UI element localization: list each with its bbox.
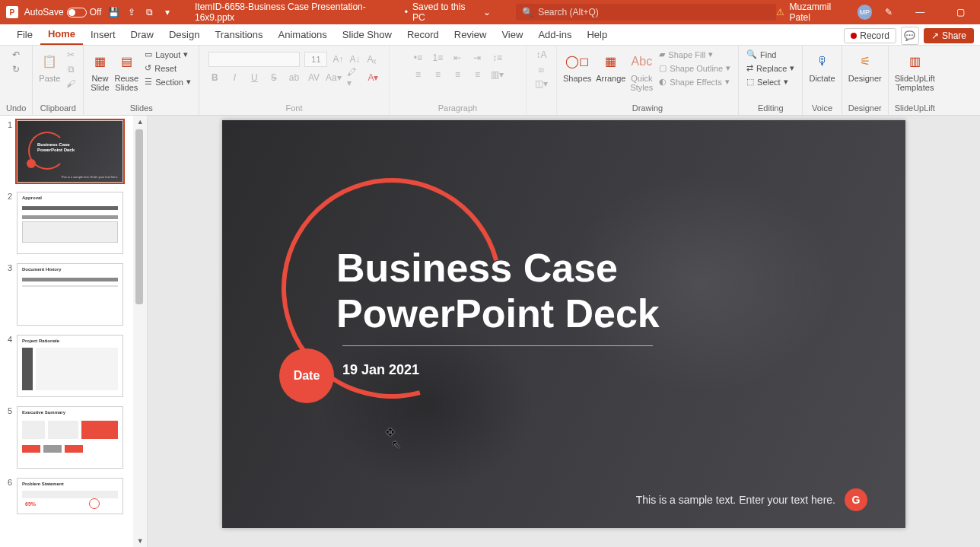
case-button[interactable]: Aa▾ xyxy=(327,72,339,84)
tab-animations[interactable]: Animations xyxy=(271,24,335,45)
properties-icon[interactable]: ⧉ xyxy=(144,7,156,17)
bold-button[interactable]: B xyxy=(208,72,221,84)
tab-transitions[interactable]: Transitions xyxy=(207,24,270,45)
section-button[interactable]: ☰Section▾ xyxy=(143,76,192,87)
increase-indent-button[interactable]: ⇥ xyxy=(471,52,483,64)
fill-icon: ▰ xyxy=(659,49,665,59)
format-painter-button[interactable]: 🖌 xyxy=(65,78,77,90)
align-center-button[interactable]: ≡ xyxy=(431,68,444,81)
align-left-button[interactable]: ≡ xyxy=(412,68,424,81)
group-voice: 🎙Dictate Voice xyxy=(803,46,842,115)
clear-format-button[interactable]: Aᵪ xyxy=(365,53,377,65)
new-slide-button[interactable]: ▦ New Slide xyxy=(90,49,110,92)
thumbnail-slide-1[interactable]: Business Case PowerPoint Deck This is a … xyxy=(17,120,123,183)
bullets-button[interactable]: •≡ xyxy=(412,52,424,64)
align-right-button[interactable]: ≡ xyxy=(451,68,463,81)
italic-button[interactable]: I xyxy=(228,72,240,84)
tab-file[interactable]: File xyxy=(9,24,40,45)
slide-date-value[interactable]: 19 Jan 2021 xyxy=(342,362,419,378)
tab-addins[interactable]: Add-ins xyxy=(530,24,579,45)
designer-button[interactable]: ⚟Designer xyxy=(848,49,882,83)
slide-title[interactable]: Business Case PowerPoint Deck xyxy=(336,246,660,337)
dictate-button[interactable]: 🎙Dictate xyxy=(809,49,835,83)
thumbnail-slide-3[interactable]: Document History xyxy=(17,263,123,326)
text-direction-button[interactable]: ↕A xyxy=(535,49,547,61)
tab-insert[interactable]: Insert xyxy=(83,24,123,45)
scroll-down-icon[interactable]: ▼ xyxy=(133,535,147,547)
justify-button[interactable]: ≡ xyxy=(471,68,483,81)
share-icon: ↗ xyxy=(931,30,939,41)
maximize-button[interactable]: ▢ xyxy=(946,0,975,24)
pen-icon[interactable]: ✎ xyxy=(883,7,895,17)
arrange-button[interactable]: ▦Arrange xyxy=(596,49,625,83)
slide-footer[interactable]: This is a sample text. Enter your text h… xyxy=(636,488,867,511)
shape-outline-button[interactable]: ▢Shape Outline▾ xyxy=(657,62,732,74)
shadow-button[interactable]: ab xyxy=(288,72,300,84)
search-input[interactable]: 🔍 Search (Alt+Q) xyxy=(516,4,776,21)
minimize-button[interactable]: — xyxy=(905,0,935,24)
decrease-indent-button[interactable]: ⇤ xyxy=(451,52,463,64)
tab-home[interactable]: Home xyxy=(40,24,83,45)
cut-button[interactable]: ✂ xyxy=(65,49,77,61)
slideuplift-button[interactable]: ▥SlideUpLift Templates xyxy=(895,49,935,92)
columns-button[interactable]: ▥▾ xyxy=(491,68,503,81)
thumbnail-slide-4[interactable]: Project Rationale xyxy=(17,335,123,397)
reset-button[interactable]: ↺Reset xyxy=(143,62,192,74)
account-button[interactable]: ⚠ Muzammil Patel MP xyxy=(776,2,872,23)
numbering-button[interactable]: 1≡ xyxy=(431,52,444,64)
date-badge[interactable]: Date xyxy=(279,348,334,403)
user-name: Muzammil Patel xyxy=(789,2,852,23)
save-icon[interactable]: 💾 xyxy=(107,7,119,17)
tab-slideshow[interactable]: Slide Show xyxy=(335,24,399,45)
shape-fill-button[interactable]: ▰Shape Fill▾ xyxy=(657,49,732,60)
record-button[interactable]: Record xyxy=(844,28,896,43)
replace-button[interactable]: ⇄Replace▾ xyxy=(745,62,796,74)
paste-button[interactable]: 📋 Paste xyxy=(39,49,60,83)
slide-canvas[interactable]: Business Case PowerPoint Deck Date 19 Ja… xyxy=(222,120,905,528)
autosave-toggle[interactable]: AutoSave Off xyxy=(24,7,102,17)
scroll-up-icon[interactable]: ▲ xyxy=(133,116,147,128)
thumbnails-scrollbar[interactable]: ▲ ▼ xyxy=(133,116,147,547)
spacing-button[interactable]: AV xyxy=(307,72,320,84)
thumbnail-slide-6[interactable]: Problem Statement 65% xyxy=(17,478,123,514)
find-button[interactable]: 🔍Find xyxy=(745,49,796,60)
thumbnail-slide-5[interactable]: Executive Summary xyxy=(17,406,123,469)
reuse-slides-button[interactable]: ▤ Reuse Slides xyxy=(114,49,138,92)
qat-overflow-icon[interactable]: ▾ xyxy=(161,7,173,17)
smartart-button[interactable]: ◫▾ xyxy=(535,78,547,90)
highlight-button[interactable]: 🖍▾ xyxy=(347,72,359,84)
shapes-button[interactable]: ◯◻Shapes xyxy=(563,49,591,83)
export-icon[interactable]: ⇪ xyxy=(126,7,138,17)
comments-button[interactable]: 💬 xyxy=(901,27,919,45)
slide-canvas-area[interactable]: Business Case PowerPoint Deck Date 19 Ja… xyxy=(148,116,980,547)
copy-button[interactable]: ⧉ xyxy=(65,63,77,75)
increase-font-button[interactable]: A↑ xyxy=(332,53,344,65)
font-size-select[interactable]: 11 xyxy=(304,52,327,67)
redo-button[interactable]: ↻ xyxy=(10,63,22,75)
tab-record[interactable]: Record xyxy=(399,24,447,45)
ribbon-tabs: File Home Insert Draw Design Transitions… xyxy=(0,24,980,46)
share-button[interactable]: ↗ Share xyxy=(924,28,974,43)
document-title[interactable]: ItemID-6658-Business Case Presentation-1… xyxy=(195,2,491,23)
tab-help[interactable]: Help xyxy=(579,24,615,45)
tab-draw[interactable]: Draw xyxy=(123,24,161,45)
ribbon: ↶ ↻ Undo 📋 Paste ✂ ⧉ 🖌 Clipboard ▦ New S… xyxy=(0,46,980,116)
tab-view[interactable]: View xyxy=(494,24,530,45)
layout-button[interactable]: ▭Layout▾ xyxy=(143,49,192,60)
undo-button[interactable]: ↶ xyxy=(10,49,22,61)
quick-styles-button[interactable]: AbcQuick Styles xyxy=(630,49,653,92)
line-spacing-button[interactable]: ↕≡ xyxy=(491,52,503,64)
shape-effects-button[interactable]: ◐Shape Effects▾ xyxy=(657,76,732,87)
thumbnail-slide-2[interactable]: Approval xyxy=(17,192,123,254)
align-text-button[interactable]: ⎄ xyxy=(535,63,547,75)
warning-icon: ⚠ xyxy=(776,7,784,17)
select-button[interactable]: ⬚Select▾ xyxy=(745,76,796,87)
tab-review[interactable]: Review xyxy=(447,24,495,45)
underline-button[interactable]: U xyxy=(248,72,260,84)
decrease-font-button[interactable]: A↓ xyxy=(348,53,361,65)
font-color-button[interactable]: A▾ xyxy=(367,72,379,84)
tab-design[interactable]: Design xyxy=(161,24,207,45)
scroll-thumb[interactable] xyxy=(135,129,143,304)
strike-button[interactable]: S̶ xyxy=(268,72,280,84)
font-family-select[interactable] xyxy=(208,52,300,67)
